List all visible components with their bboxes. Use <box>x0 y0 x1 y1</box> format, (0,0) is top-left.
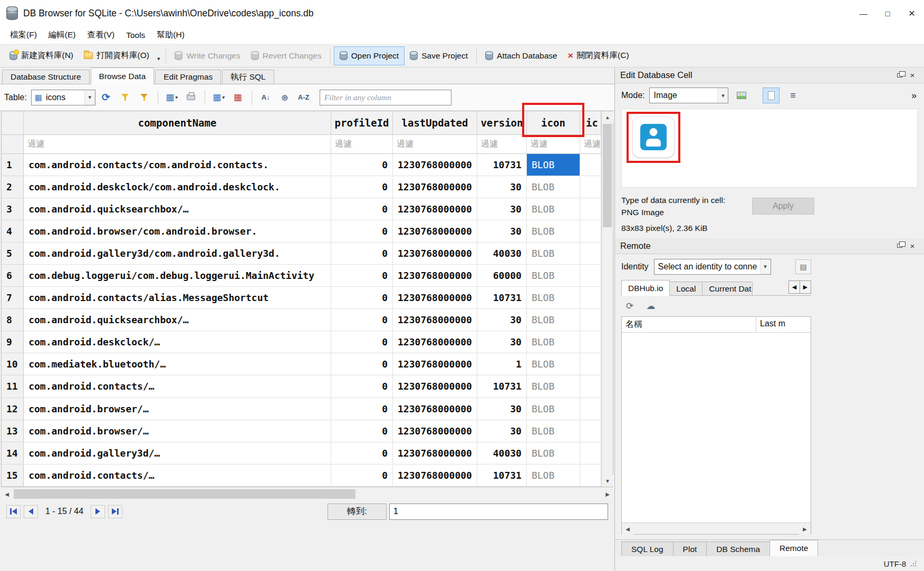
cell-componentName[interactable]: com.android.contacts/com.android.contact… <box>24 153 331 176</box>
cell-lastUpdated[interactable]: 1230768000000 <box>393 287 477 309</box>
clear-filters-button[interactable] <box>117 89 133 106</box>
cell-version[interactable]: 10731 <box>477 153 526 176</box>
cell-icon-blob[interactable]: BLOB <box>526 442 580 464</box>
cell-icon-blob[interactable]: BLOB <box>526 331 580 353</box>
cell-clipped[interactable] <box>580 264 601 286</box>
table-row[interactable]: 3com.android.quicksearchbox/…01230768000… <box>2 198 601 220</box>
cell-version[interactable]: 30 <box>477 331 526 353</box>
filter-lastUpdated[interactable]: 過濾 <box>393 134 477 153</box>
cell-version[interactable]: 10731 <box>477 287 526 309</box>
scroll-up-button[interactable]: ▲ <box>602 111 613 123</box>
goto-input[interactable] <box>389 504 608 520</box>
table-select[interactable]: ▦ icons ▾ <box>31 90 95 105</box>
tab-scroll-left-button[interactable]: ◀ <box>788 280 800 294</box>
table-row[interactable]: 7com.android.contacts/alias.MessageShort… <box>2 287 601 309</box>
float-panel-button[interactable] <box>893 240 906 251</box>
row-number[interactable]: 11 <box>2 375 24 398</box>
dock-tab-sql-log[interactable]: SQL Log <box>621 541 673 556</box>
cell-profileId[interactable]: 0 <box>331 309 393 331</box>
cell-profileId[interactable]: 0 <box>331 420 393 442</box>
cell-clipped[interactable] <box>580 242 601 264</box>
revert-changes-button[interactable]: Revert Changes <box>246 46 327 65</box>
dock-tab-db-schema[interactable]: DB Schema <box>706 541 770 556</box>
table-row[interactable]: 2com.android.deskclock/com.android.deskc… <box>2 176 601 198</box>
cell-icon-blob[interactable]: BLOB <box>526 398 580 420</box>
cell-componentName[interactable]: com.android.deskclock/… <box>24 331 331 353</box>
write-changes-button[interactable]: Write Changes <box>169 46 245 65</box>
scroll-left-button[interactable]: ◀ <box>622 523 633 535</box>
cell-version[interactable]: 30 <box>477 398 526 420</box>
cell-icon-blob[interactable]: BLOB <box>526 464 580 486</box>
tab-edit-pragmas[interactable]: Edit Pragmas <box>155 70 221 84</box>
cell-componentName[interactable]: com.android.contacts/alias.MessageShortc… <box>24 287 331 309</box>
tab-execute-sql[interactable]: 執行 SQL <box>222 70 274 84</box>
first-page-button[interactable] <box>6 505 21 518</box>
apply-button[interactable]: Apply <box>752 198 814 215</box>
cell-version[interactable]: 30 <box>477 176 526 198</box>
row-number[interactable]: 1 <box>2 153 24 176</box>
cell-componentName[interactable]: com.android.quicksearchbox/… <box>24 198 331 220</box>
scroll-right-button[interactable]: ▶ <box>799 523 811 535</box>
cell-clipped[interactable] <box>580 375 601 398</box>
cell-lastUpdated[interactable]: 1230768000000 <box>393 153 477 176</box>
cell-clipped[interactable] <box>580 220 601 242</box>
cell-version[interactable]: 10731 <box>477 375 526 398</box>
cell-icon-blob[interactable]: BLOB <box>526 264 580 286</box>
filter-version[interactable]: 過濾 <box>477 134 526 153</box>
goto-button[interactable]: 轉到: <box>328 504 387 520</box>
table-row[interactable]: 8com.android.quicksearchbox/…01230768000… <box>2 309 601 331</box>
cell-lastUpdated[interactable]: 1230768000000 <box>393 198 477 220</box>
corner-header[interactable] <box>2 111 24 134</box>
cell-icon-blob[interactable]: BLOB <box>526 353 580 375</box>
filter-input[interactable] <box>320 90 451 105</box>
scroll-right-button[interactable]: ▶ <box>602 488 613 500</box>
delete-record-button[interactable]: ▦ <box>229 89 246 106</box>
cell-version[interactable]: 60000 <box>477 264 526 286</box>
last-page-button[interactable] <box>108 505 122 518</box>
cell-version[interactable]: 30 <box>477 220 526 242</box>
cell-profileId[interactable]: 0 <box>331 331 393 353</box>
overflow-button[interactable]: » <box>911 90 917 101</box>
scroll-down-button[interactable]: ▼ <box>602 475 613 487</box>
scroll-left-button[interactable]: ◀ <box>1 488 13 500</box>
cell-componentName[interactable]: com.android.gallery3d/com.android.galler… <box>24 242 331 264</box>
menu-view[interactable]: 查看(V) <box>81 26 120 44</box>
row-number[interactable]: 14 <box>2 442 24 464</box>
cell-profileId[interactable]: 0 <box>331 242 393 264</box>
next-page-button[interactable] <box>91 505 105 518</box>
horizontal-scroll-track[interactable] <box>13 488 602 500</box>
find-replace-button[interactable]: A-Z <box>295 89 312 106</box>
cell-clipped[interactable] <box>580 420 601 442</box>
table-row[interactable]: 6com.debug.loggerui/com.debug.loggerui.M… <box>2 264 601 286</box>
cell-componentName[interactable]: com.debug.loggerui/com.debug.loggerui.Ma… <box>24 264 331 286</box>
identity-select[interactable]: Select an identity to conne ▾ <box>654 259 771 275</box>
tab-current-database[interactable]: Current Dat <box>702 282 753 295</box>
cell-lastUpdated[interactable]: 1230768000000 <box>393 442 477 464</box>
cell-icon-blob[interactable]: BLOB <box>526 176 580 198</box>
open-database-button[interactable]: 打開資料庫(O) <box>79 46 155 65</box>
cell-profileId[interactable]: 0 <box>331 442 393 464</box>
cell-icon-blob[interactable]: BLOB <box>526 220 580 242</box>
cell-icon-blob[interactable]: BLOB <box>526 287 580 309</box>
table-row[interactable]: 11com.android.contacts/…0123076800000010… <box>2 375 601 398</box>
cell-lastUpdated[interactable]: 1230768000000 <box>393 220 477 242</box>
cell-clipped[interactable] <box>580 353 601 375</box>
cell-profileId[interactable]: 0 <box>331 176 393 198</box>
cell-componentName[interactable]: com.android.quicksearchbox/… <box>24 309 331 331</box>
table-row[interactable]: 10com.mediatek.bluetooth/…01230768000000… <box>2 353 601 375</box>
identity-certificate-button[interactable]: ▤ <box>795 259 811 274</box>
cell-lastUpdated[interactable]: 1230768000000 <box>393 353 477 375</box>
table-row[interactable]: 13com.android.browser/…0123076800000030B… <box>2 420 601 442</box>
tab-local[interactable]: Local <box>669 282 702 295</box>
import-image-button[interactable] <box>733 88 750 103</box>
cell-componentName[interactable]: com.android.gallery3d/… <box>24 442 331 464</box>
row-number[interactable]: 8 <box>2 309 24 331</box>
table-row[interactable]: 12com.android.browser/…0123076800000030B… <box>2 398 601 420</box>
filter-profileId[interactable]: 過濾 <box>331 134 393 153</box>
cell-lastUpdated[interactable]: 1230768000000 <box>393 309 477 331</box>
table-row[interactable]: 9com.android.deskclock/…0123076800000030… <box>2 331 601 353</box>
close-database-button[interactable]: × 關閉資料庫(C) <box>563 46 634 65</box>
cell-profileId[interactable]: 0 <box>331 153 393 176</box>
cell-profileId[interactable]: 0 <box>331 264 393 286</box>
cell-version[interactable]: 1 <box>477 353 526 375</box>
